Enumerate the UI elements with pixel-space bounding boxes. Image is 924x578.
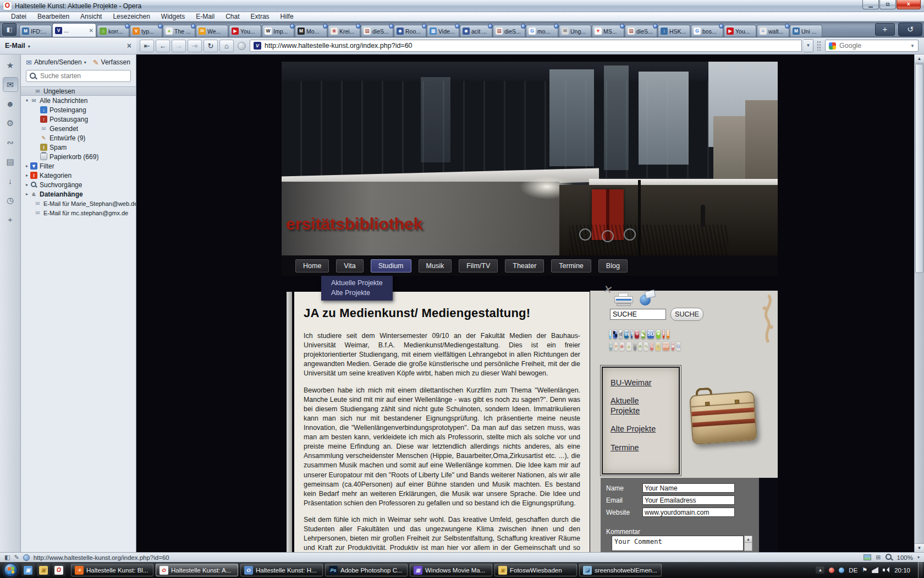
site-search-button[interactable]: SUCHE [670,308,703,321]
page-scrollbar[interactable]: ▲ ▼ [914,54,924,552]
feed-icon[interactable]: 5 [666,329,670,339]
mail-folder[interactable]: ✎ Entwürfe (9) [21,133,136,143]
browser-tab[interactable]: ▤ dieS... [625,25,657,37]
browser-tab[interactable]: ▶ You... [724,25,756,37]
image-toggle-icon[interactable] [864,554,871,560]
email-field[interactable] [642,495,735,505]
fetch-send-button[interactable]: Abrufen/Senden [34,58,82,66]
browser-tab[interactable]: ▶ You... [229,25,261,37]
nav-item[interactable]: Studium [371,259,411,272]
bookmarks-panel-icon[interactable]: ★ [3,58,18,73]
widgets-panel-icon[interactable]: ⚙ [3,116,18,130]
show-desktop-button[interactable] [918,562,923,578]
volume-icon[interactable] [883,567,890,573]
nav-item[interactable]: Termine [551,259,591,272]
panel-toggle-icon[interactable]: ◧ [2,23,16,36]
smiley-icon[interactable]: ☺ [655,341,661,351]
spurl-icon[interactable]: ∿ [644,341,649,351]
mail-folder[interactable]: ▸ & Dateianhänge [21,189,136,199]
technorati-heart-icon[interactable]: ♥ [614,341,618,351]
browser-tab[interactable]: ● The ... [163,25,195,37]
browser-tab[interactable]: M Mo... [295,25,327,37]
faves-icon[interactable]: ● [609,341,613,351]
mail-folder[interactable]: ▾ ✉ Alle Nachrichten [21,96,136,105]
taskbar-button[interactable]: O Haltestelle Kunst: A... [156,564,238,576]
delicious-icon[interactable]: ▚ [613,329,618,339]
mail-folder[interactable]: ↓ Posteingang [21,105,136,114]
forward-button[interactable]: → [172,40,186,52]
reopen-closed-tab-button[interactable]: ↺ [898,23,922,36]
browser-tab[interactable]: W Imp... [262,25,294,37]
mail-folder[interactable]: ! Spam [21,143,136,152]
sidebar-link[interactable]: Aktuelle Projekte [610,396,668,416]
panel-toggle-icon[interactable]: ◧ [4,554,10,560]
mail-folder[interactable]: ✉ E-Mail für Marie_Stephan@web.de [21,199,136,208]
mail-folder[interactable]: ✉ E-Mail für mc.stephan@gmx.de [21,208,136,217]
browser-tab[interactable]: G bos... [691,25,723,37]
propeller-icon[interactable]: ✦ [656,329,661,339]
url-field[interactable]: V [250,40,802,52]
stumbleupon-icon[interactable]: SU [647,329,655,339]
close-button[interactable]: × [897,0,921,9]
page-security-icon[interactable] [238,42,246,50]
twitter-icon[interactable]: t [609,329,612,339]
menu-item[interactable]: Bearbeiten [32,12,75,21]
zoom-dropdown-icon[interactable]: ▾ [917,555,920,560]
mail-search-box[interactable] [26,70,131,82]
browser-tab[interactable]: ↓ HSK... [658,25,690,37]
nav-item[interactable]: Blog [598,259,628,272]
browser-tab[interactable]: ☻ acit ... [460,25,492,37]
expand-arrow-icon[interactable]: ▸ [26,163,28,168]
menu-item[interactable]: Chat [220,12,245,21]
browser-tab[interactable]: ☻ Roo... [394,25,426,37]
add-panel-icon[interactable]: + [3,212,18,227]
google-search-field[interactable]: ▼ [825,40,919,52]
taskbar-button[interactable]: Ps Adobe Photoshop C... [325,564,408,576]
fark-icon[interactable]: ▲ [626,341,632,351]
contacts-panel-icon[interactable]: ☻ [3,96,18,111]
scroll-up-icon[interactable]: ▲ [745,536,752,543]
google-search-input[interactable] [839,42,907,50]
menu-item[interactable]: Hilfe [275,12,299,21]
nav-item[interactable]: Home [295,259,329,272]
network-icon[interactable] [872,567,878,573]
transfers-panel-icon[interactable]: ↓ [3,173,18,188]
facebook-icon[interactable]: f [630,329,633,339]
scroll-up-icon[interactable]: ▲ [915,54,924,63]
browser-tab[interactable]: V typ... [130,25,162,37]
tray-app-icon[interactable] [839,568,844,573]
google-bookmark-icon[interactable]: G [676,341,681,351]
menu-item[interactable]: Extras [245,12,275,21]
reload-button[interactable]: ↻ [204,40,218,52]
sidebar-link[interactable]: Termine [610,443,668,452]
tab-close-icon[interactable]: ✕ [89,28,94,34]
url-input[interactable] [265,42,798,50]
browser-tab[interactable]: ❀ Krei... [328,25,360,37]
fetch-dropdown-icon[interactable]: ▾ [84,60,86,65]
dropdown-item[interactable]: Alte Projekte [321,288,393,298]
quick-edit-icon[interactable]: ✎ [14,554,19,560]
minimize-button[interactable]: ▁ [862,0,879,9]
nav-item[interactable]: Vita [336,259,363,272]
chevron-down-icon[interactable]: ▾ [28,44,30,49]
misterwong-icon[interactable]: mr [662,341,670,351]
home-button[interactable]: ⌂ [219,40,234,52]
digg-icon[interactable]: d [619,329,623,339]
compose-button[interactable]: Verfassen [101,58,130,66]
fast-forward-button[interactable]: ⇥ [188,40,202,52]
name-field[interactable] [642,483,735,493]
linkedin-icon[interactable]: in [624,329,629,339]
float-icon[interactable]: ■ [671,341,675,351]
mixx-icon[interactable]: ✳ [634,329,640,339]
mail-folder[interactable]: ▸ Suchvorgänge [21,180,136,189]
dropdown-item[interactable]: Aktuelle Projekte [321,278,393,288]
mail-folder[interactable]: ✉ Gesendet [21,124,136,133]
textarea-scrollbar[interactable]: ▲ [744,536,752,551]
browser-tab[interactable]: ▤ dieS... [361,25,393,37]
menu-item[interactable]: Widgets [156,12,190,21]
taskbar-button[interactable]: ✳ Haltestelle Kunst: Bl... [71,564,153,576]
mail-folder[interactable]: ▸ ▼ Filter [21,161,136,171]
show-desktop-quick-icon[interactable]: ▣ [21,564,35,576]
browser-tab[interactable]: V ... ✕ [52,23,96,37]
taskbar-button[interactable]: ▦ Windows Movie Ma... [410,564,492,576]
